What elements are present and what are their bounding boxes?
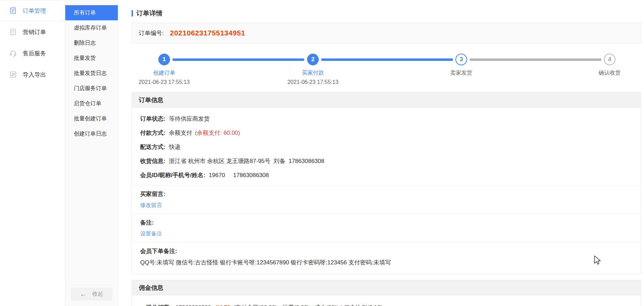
submenu-item-store-service-orders[interactable]: 门店服务订单	[65, 81, 118, 96]
buyer-message-label: 买家留言:	[140, 188, 632, 200]
submenu-item-label: 启货仓订单	[74, 100, 101, 107]
field-delivery-method: 配送方式: 快递	[140, 140, 632, 154]
step-circle: 2	[307, 54, 319, 65]
order-number-box: 订单编号: 202106231755134951	[132, 23, 641, 43]
sidebar-item-label: 营销订单	[23, 28, 46, 36]
submenu-item-warehouse-orders[interactable]: 启货仓订单	[65, 96, 118, 111]
submenu-item-all-orders[interactable]: 所有订单	[65, 5, 118, 20]
step-create-order: 1 创建订单 2021-06-23 17:55:13	[133, 54, 195, 85]
submenu-item-label: 所有订单	[74, 9, 96, 17]
order-submenu: 所有订单 虚拟库存订单 删除日志 批量发货 批量发货日志 门店服务订单 启货仓订…	[65, 0, 118, 306]
field-value: 等待供应商发货	[169, 115, 210, 123]
divider	[132, 214, 641, 214]
member-note-text: QQ号:未填写 微信号:古古怪怪 银行卡账号呀:1234567890 银行卡密码…	[140, 257, 632, 271]
page-title-text: 订单详情	[136, 9, 162, 18]
set-remark-link[interactable]: 设置备注	[140, 228, 162, 239]
sidebar-item-marketing-orders[interactable]: 营销订单	[0, 21, 65, 43]
title-accent-bar	[132, 10, 133, 17]
step-label: 卖家发货	[430, 69, 492, 77]
order-list-icon	[9, 7, 17, 14]
submenu-item-batch-shipping-log[interactable]: 批量发货日志	[65, 66, 118, 81]
order-info-panel: 订单信息 订单状态: 等待供应商发货 付款方式: 余额支付 (余额支付: 60.…	[132, 92, 641, 274]
commission-panel: 佣金信息 一级分销商: 17863086308 ¥4.50 (实付金额(60.0…	[132, 280, 641, 306]
balance-paid-amount: (余额支付: 60.00)	[195, 129, 240, 137]
field-shipping-info: 收货信息: 浙江省 杭州市 余杭区 龙王塘路87-95号 刘备 17863086…	[140, 154, 632, 168]
field-value: 余额支付	[169, 129, 192, 137]
step-circle: 1	[158, 54, 170, 65]
order-number-value: 202106231755134951	[170, 29, 245, 37]
submenu-item-label: 批量发货日志	[74, 70, 107, 77]
submenu-item-label: 删除日志	[74, 40, 96, 47]
sidebar-item-label: 导入导出	[23, 71, 46, 79]
distributor-account: 17863086308	[176, 304, 211, 306]
step-time: 2021-06-23 17:55:13	[133, 79, 195, 85]
order-number-label: 订单编号:	[139, 29, 164, 37]
submenu-item-delete-log[interactable]: 删除日志	[65, 35, 118, 51]
submenu-item-virtual-stock-orders[interactable]: 虚拟库存订单	[65, 20, 118, 35]
sidebar-item-label: 订单管理	[23, 7, 46, 15]
step-circle: 3	[455, 54, 467, 65]
field-label: 收货信息:	[140, 157, 166, 165]
submenu-item-label: 批量创建订单	[74, 115, 107, 122]
marketing-doc-icon	[9, 28, 17, 36]
step-label: 确认收货	[579, 69, 641, 77]
commission-row: 一级分销商: 17863086308 ¥4.50 (实付金额(60.00) - …	[140, 299, 632, 306]
collapse-label: 收起	[92, 291, 103, 298]
headset-icon	[9, 50, 17, 57]
sidebar-item-after-sales[interactable]: 售后服务	[0, 43, 65, 64]
left-arrow-icon: ←	[80, 291, 87, 297]
field-label: 订单状态:	[140, 115, 166, 123]
submenu-item-batch-create-orders[interactable]: 批量创建订单	[65, 111, 118, 126]
sidebar-item-order-management[interactable]: 订单管理	[0, 0, 65, 21]
sidebar-item-import-export[interactable]: 导入导出	[0, 64, 65, 85]
submenu-item-label: 门店服务订单	[74, 85, 107, 92]
sidebar-item-label: 售后服务	[23, 50, 46, 57]
field-label: 会员ID/昵称/手机号/姓名:	[140, 171, 205, 179]
order-progress-steps: 1 创建订单 2021-06-23 17:55:13 2 买家付款 2021-0…	[132, 46, 641, 87]
import-export-icon	[9, 71, 17, 78]
submenu-item-label: 创建订单日志	[74, 130, 107, 138]
order-info-header: 订单信息	[132, 92, 641, 108]
submenu-item-create-order-log[interactable]: 创建订单日志	[65, 126, 118, 141]
edit-message-link[interactable]: 修改留言	[140, 200, 162, 211]
step-circle: 4	[604, 54, 615, 65]
submenu-item-label: 批量发货	[74, 55, 96, 62]
field-label: 付款方式:	[140, 129, 166, 137]
commission-header: 佣金信息	[132, 280, 641, 295]
member-note-label: 会员下单备注:	[140, 245, 632, 257]
field-label: 配送方式:	[140, 143, 166, 151]
step-label: 创建订单	[133, 69, 195, 77]
commission-formula: (实付金额(60.00) - 运费(0.00) - 成本(30)) * 佣金比例…	[233, 304, 383, 306]
step-buyer-paid: 2 买家付款 2021-06-23 17:55:13	[282, 54, 344, 85]
main-content: 订单详情 订单编号: 202106231755134951 1 创建订单 202…	[118, 0, 644, 306]
step-confirm-receipt: 4 确认收货	[579, 54, 641, 77]
distributor-label: 一级分销商:	[140, 304, 171, 306]
primary-sidebar: 订单管理 营销订单 售后服务 导入导出	[0, 0, 65, 306]
field-value: 19670 17863086308	[209, 172, 269, 179]
field-member-id: 会员ID/昵称/手机号/姓名: 19670 17863086308	[140, 168, 632, 182]
submenu-item-batch-shipping[interactable]: 批量发货	[65, 51, 118, 66]
step-time: 2021-06-23 17:55:13	[282, 79, 344, 85]
field-value: 快递	[169, 143, 181, 151]
step-label: 买家付款	[282, 69, 344, 77]
field-order-status: 订单状态: 等待供应商发货	[140, 112, 632, 126]
collapse-sidebar-button[interactable]: ← 收起	[71, 287, 112, 300]
step-seller-ship: 3 卖家发货	[430, 54, 492, 77]
commission-amount: ¥4.50	[216, 304, 231, 306]
divider	[132, 242, 641, 242]
page-title: 订单详情	[132, 9, 641, 18]
field-payment-method: 付款方式: 余额支付 (余额支付: 60.00)	[140, 126, 632, 140]
divider	[132, 185, 641, 185]
app-window: 订单管理 营销订单 售后服务 导入导出	[0, 0, 644, 306]
submenu-item-label: 虚拟库存订单	[74, 24, 107, 32]
field-value: 浙江省 杭州市 余杭区 龙王塘路87-95号 刘备 17863086308	[169, 157, 325, 165]
remark-label: 备注:	[140, 217, 632, 228]
